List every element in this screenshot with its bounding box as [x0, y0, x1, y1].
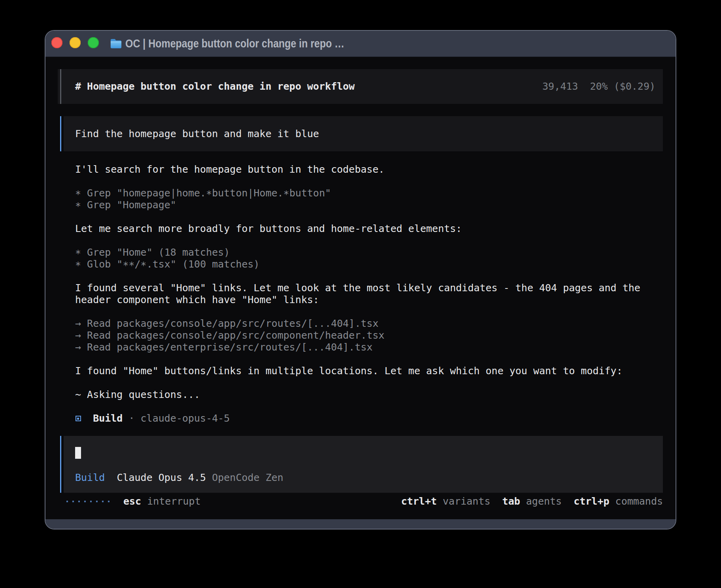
- esc-label: interrupt: [147, 496, 200, 507]
- keyboard-shortcuts: ctrl+t variants tab agents ctrl+p comman…: [401, 496, 663, 507]
- window-bottom-edge: [45, 519, 676, 529]
- minimize-button[interactable]: [70, 37, 81, 48]
- context-percent: 20%: [590, 81, 608, 92]
- window-title: OC | Homepage button color change in rep…: [125, 37, 344, 50]
- transcript-line: Let me search more broadly for buttons a…: [75, 223, 663, 235]
- prompt-editor-inner: Build Claude Opus 4.5 OpenCode Zen: [58, 436, 663, 484]
- terminal-window: OC | Homepage button color change in rep…: [45, 30, 676, 530]
- folder-icon: [109, 37, 123, 50]
- agent-status-model: · claude-opus-4-5: [128, 413, 230, 424]
- transcript-line: header component which have "Home" links…: [75, 294, 663, 306]
- session-header-row: # Homepage button color change in repo w…: [58, 69, 663, 104]
- transcript-line: I found "Home" buttons/links in multiple…: [75, 365, 663, 377]
- transcript-blank-line: [75, 353, 663, 365]
- transcript-line: * Grep "Home" (18 matches): [75, 247, 663, 258]
- transcript-line: I found several "Home" links. Let me loo…: [75, 282, 663, 294]
- shortcut-label: agents: [520, 496, 574, 507]
- session-stats: 39,41320%($0.29): [542, 81, 655, 92]
- transcript-line: → Read packages/console/app/src/routes/[…: [75, 318, 663, 330]
- transcript-blank-line: [75, 235, 663, 247]
- editor-status: Build Claude Opus 4.5 OpenCode Zen: [75, 472, 663, 484]
- traffic-lights: [51, 37, 99, 48]
- prompt-editor[interactable]: Build Claude Opus 4.5 OpenCode Zen: [58, 436, 663, 493]
- shortcut-label: commands: [610, 496, 663, 507]
- text-cursor: [75, 447, 81, 459]
- model-name[interactable]: Claude Opus 4.5: [117, 472, 206, 483]
- zoom-button[interactable]: [88, 37, 99, 48]
- interrupt-hint: esc interrupt: [123, 496, 201, 507]
- transcript-blank-line: [75, 175, 663, 187]
- transcript-blank-line: [75, 401, 663, 413]
- status-bar: esc interrupt ctrl+t variants tab agents…: [58, 496, 663, 507]
- shortcut-key-tab[interactable]: tab: [502, 496, 520, 507]
- agent-status-line: Build · claude-opus-4-5: [75, 413, 663, 424]
- transcript-line: ~ Asking questions...: [75, 389, 663, 401]
- close-button[interactable]: [51, 37, 62, 48]
- transcript-line: * Grep "Homepage": [75, 199, 663, 211]
- transcript-line: I'll search for the homepage button in t…: [75, 164, 663, 175]
- token-count: 39,413: [542, 81, 578, 92]
- session-header: # Homepage button color change in repo w…: [58, 69, 663, 104]
- transcript-blank-line: [75, 306, 663, 318]
- esc-key[interactable]: esc: [123, 496, 141, 507]
- model-provider: OpenCode Zen: [212, 472, 283, 483]
- transcript-blank-line: [75, 377, 663, 389]
- agent-icon: [75, 413, 81, 424]
- terminal-content: # Homepage button color change in repo w…: [45, 57, 676, 519]
- agent-status-label: Build: [81, 413, 128, 424]
- transcript-blank-line: [75, 211, 663, 223]
- transcript-line: * Glob "**/*.tsx" (100 matches): [75, 258, 663, 270]
- agent-mode[interactable]: Build: [75, 472, 105, 483]
- titlebar[interactable]: OC | Homepage button color change in rep…: [45, 31, 676, 57]
- user-message-text: Find the homepage button and make it blu…: [75, 128, 319, 140]
- user-message-row: Find the homepage button and make it blu…: [58, 116, 663, 151]
- shortcut-label: variants: [437, 496, 502, 507]
- user-message: Find the homepage button and make it blu…: [58, 116, 663, 151]
- session-cost: ($0.29): [614, 81, 655, 92]
- transcript-line: → Read packages/console/app/src/componen…: [75, 330, 663, 341]
- transcript-blank-line: [75, 270, 663, 282]
- progress-dots: [66, 501, 109, 502]
- transcript: I'll search for the homepage button in t…: [75, 164, 663, 424]
- prompt-input[interactable]: [75, 447, 663, 459]
- title-group: OC | Homepage button color change in rep…: [109, 37, 380, 50]
- shortcut-key-ctrl-p[interactable]: ctrl+p: [574, 496, 609, 507]
- transcript-line: * Grep "homepage|home.*button|Home.*butt…: [75, 187, 663, 199]
- session-title: # Homepage button color change in repo w…: [75, 81, 355, 92]
- shortcut-key-ctrl-t[interactable]: ctrl+t: [401, 496, 437, 507]
- transcript-line: → Read packages/enterprise/src/routes/[.…: [75, 341, 663, 353]
